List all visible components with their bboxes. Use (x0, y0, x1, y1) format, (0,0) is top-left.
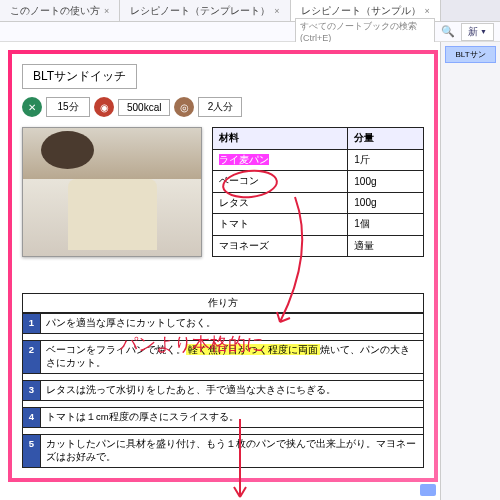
clock-icon: ✕ (22, 97, 42, 117)
close-icon[interactable]: × (274, 6, 279, 16)
servings-value: 2人分 (198, 97, 242, 117)
table-row: 3レタスは洗って水切りをしたあと、手で適当な大きさにちぎる。 (23, 381, 424, 401)
tab-usage[interactable]: このノートの使い方× (0, 0, 120, 21)
table-row: 1パンを適当な厚さにカットしておく。 (23, 314, 424, 334)
col-name: 材料 (213, 128, 348, 150)
new-button[interactable]: 新▼ (461, 23, 494, 41)
time-value: 15分 (46, 97, 90, 117)
steps-header: 作り方 (22, 293, 424, 313)
search-icon[interactable]: 🔍 (441, 25, 455, 38)
recipe-photo (22, 127, 202, 257)
search-input[interactable]: すべてのノートブックの検索 (Ctrl+E) (295, 18, 435, 45)
recipe-title[interactable]: BLTサンドイッチ (22, 64, 137, 89)
tab-template[interactable]: レシピノート（テンプレート）× (120, 0, 290, 21)
servings-icon: ◎ (174, 97, 194, 117)
col-amount: 分量 (348, 128, 424, 150)
table-row: 4トマトは１cm程度の厚さにスライスする。 (23, 408, 424, 428)
table-row: 2ベーコンをフライパンで焼く。軽く焦げ目がつく程度に両面焼いて、パンの大きさにカ… (23, 341, 424, 374)
ink-arrow (275, 192, 325, 332)
calories-value: 500kcal (118, 99, 170, 116)
recipe-card: BLTサンドイッチ ✕ 15分 ◉ 500kcal ◎ 2人分 材料分量 ライ麦… (8, 50, 438, 482)
close-icon[interactable]: × (104, 6, 109, 16)
thumbnail-panel: BLTサン (440, 42, 500, 500)
close-icon[interactable]: × (425, 6, 430, 16)
page-canvas: BLTサンドイッチ ✕ 15分 ◉ 500kcal ◎ 2人分 材料分量 ライ麦… (0, 42, 440, 500)
toolbar: すべてのノートブックの検索 (Ctrl+E) 🔍 新▼ (0, 22, 500, 42)
page-thumbnail[interactable]: BLTサン (445, 46, 496, 63)
table-row: ライ麦パン1斤 (213, 149, 424, 171)
steps-table: 1パンを適当な厚さにカットしておく。 2ベーコンをフライパンで焼く。軽く焦げ目が… (22, 313, 424, 468)
ink-arrow (225, 417, 255, 500)
touchpad-icon[interactable] (420, 484, 436, 496)
table-row: 5カットしたパンに具材を盛り付け、もう１枚のパンで挟んで出来上がり。マヨネーズは… (23, 435, 424, 468)
fire-icon: ◉ (94, 97, 114, 117)
recipe-meta: ✕ 15分 ◉ 500kcal ◎ 2人分 (22, 97, 424, 117)
